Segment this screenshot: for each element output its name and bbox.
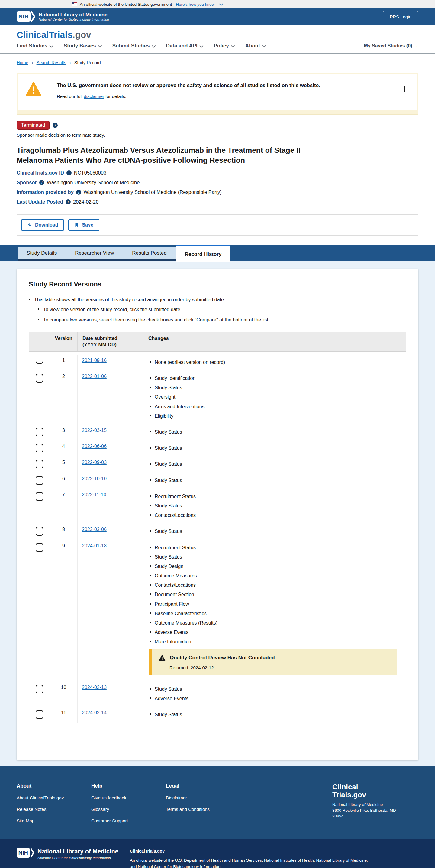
info-icon[interactable]: i [76,190,81,195]
version-checkbox[interactable] [36,358,43,364]
nav-item-data-and-api[interactable]: Data and API [166,43,202,49]
table-row: 12021-09-16None (earliest version on rec… [29,355,406,371]
footer-address: National Library of Medicine8600 Rockvil… [332,802,419,819]
change-item: Arms and Interventions [149,403,402,410]
official-text: and [130,864,138,868]
change-item: Document Section [149,591,402,598]
change-item: Baseline Characteristics [149,610,402,617]
study-fields: ClinicalTrials.gov IDiNCT05060003Sponsor… [16,170,419,205]
version-checkbox[interactable] [36,527,43,536]
version-checkbox[interactable] [36,492,43,501]
tab-study-details[interactable]: Study Details [18,247,66,261]
plus-icon [401,86,408,92]
nav-item-study-basics[interactable]: Study Basics [64,43,101,49]
nav-item-submit-studies[interactable]: Submit Studies [112,43,155,49]
date-submitted-link[interactable]: 2024-01-18 [82,543,107,548]
nav-item-find-studies[interactable]: Find Studies [16,43,52,49]
how-you-know-link[interactable]: Here’s how you know [176,2,214,7]
study-title: Tiragolumab Plus Atezolizumab Versus Ate… [16,145,313,165]
table-header: Version Date submitted(YYYY-MM-DD) Chang… [29,332,406,352]
version-number: 6 [49,473,77,489]
prs-login-button[interactable]: PRS Login [383,11,419,22]
version-checkbox[interactable] [36,428,43,436]
nih-chevron-icon [31,11,35,22]
date-submitted-link[interactable]: 2024-02-13 [82,685,107,690]
official-link[interactable]: National Institutes of Health [264,858,314,863]
disclaimer-link[interactable]: disclaimer [84,94,104,99]
site-header: ClinicalTrials.gov Find StudiesStudy Bas… [0,25,435,54]
change-item: Study Status [149,554,402,560]
date-submitted-link[interactable]: 2024-02-14 [82,710,107,715]
version-checkbox[interactable] [36,685,43,693]
study-record-versions-card: Study Record Versions This table shows a… [16,269,419,760]
breadcrumb-current: Study Record [74,60,101,65]
save-button[interactable]: Save [68,219,99,231]
date-submitted-link[interactable]: 2021-09-16 [82,358,107,363]
breadcrumb-home-link[interactable]: Home [16,60,28,65]
footer-link[interactable]: Disclaimer [166,795,240,800]
nlm-header: NIH National Library of Medicine Nationa… [0,8,435,25]
intro-notes: This table shows all the versions of thi… [29,296,406,323]
version-checkbox[interactable] [36,710,43,719]
expand-plus-button[interactable] [401,86,408,93]
change-item: Study Status [149,384,402,391]
date-submitted-link[interactable]: 2022-06-06 [82,444,107,449]
version-checkbox[interactable] [36,543,43,552]
my-saved-studies-link[interactable]: My Saved Studies (0) → [364,43,419,49]
change-item: Outcome Measures [149,572,402,579]
official-link[interactable]: National Center for Biotechnology Inform… [138,864,220,868]
footer-link[interactable]: Release Notes [16,807,91,812]
field-label: Sponsor [16,180,37,185]
info-icon[interactable]: i [39,180,44,185]
field-value: Washington University School of Medicine… [84,189,222,195]
qc-returned-date: Returned: 2024-02-12 [169,665,391,670]
table-row: 112024-02-14Study Status [29,707,406,723]
change-item: Study Status [149,444,402,452]
version-checkbox[interactable] [36,374,43,382]
date-submitted-link[interactable]: 2023-03-06 [82,527,107,532]
date-submitted-link[interactable]: 2022-11-10 [82,492,106,497]
nlm-title: National Library of Medicine [39,12,109,18]
breadcrumb-search-results-link[interactable]: Search Results [37,60,66,65]
intro-sub-note: To compare two versions, select them usi… [38,316,406,323]
footer-link[interactable]: Glossary [91,807,166,812]
actions-bar: Download Save [16,214,419,236]
quality-control-notice: Quality Control Review Has Not Concluded… [149,649,397,675]
version-number: 7 [49,489,77,524]
disclaimer-title: The U.S. government does not review or a… [57,83,395,89]
official-link[interactable]: U.S. Department of Health and Human Serv… [175,858,262,863]
official-link[interactable]: National Library of Medicine [316,858,367,863]
info-icon[interactable]: i [66,199,71,205]
info-icon[interactable]: i [53,123,58,128]
version-checkbox[interactable] [36,444,43,453]
nav-item-about[interactable]: About [245,43,265,49]
footer-link[interactable]: Customer Support [91,818,166,823]
table-row: 62022-10-10Study Status [29,473,406,489]
change-item: Eligibility [149,412,402,420]
qc-title: Quality Control Review Has Not Concluded [170,655,275,661]
download-button[interactable]: Download [21,219,64,231]
version-checkbox[interactable] [36,476,43,485]
tab-researcher-view[interactable]: Researcher View [66,247,123,261]
footer-link[interactable]: Give us feedback [91,795,166,800]
versions-table: Version Date submitted(YYYY-MM-DD) Chang… [29,332,406,723]
date-submitted-link[interactable]: 2022-10-10 [82,476,107,481]
version-checkbox[interactable] [36,460,43,468]
info-icon[interactable]: i [66,170,72,176]
footer-link[interactable]: Site Map [16,818,91,823]
footer-link[interactable]: Terms and Conditions [166,807,240,812]
change-item: Adverse Events [149,695,402,702]
date-column-header: Date submitted(YYYY-MM-DD) [77,332,143,351]
nih-logo: NIH [16,11,31,22]
footer-link[interactable]: About ClinicalTrials.gov [16,795,91,800]
checkbox-column-header [29,332,49,351]
change-item: Outcome Measures (Results) [149,619,402,626]
date-submitted-link[interactable]: 2022-03-15 [82,428,107,433]
date-submitted-link[interactable]: 2022-01-06 [82,374,107,379]
date-submitted-link[interactable]: 2022-09-03 [82,460,107,465]
nav-item-policy[interactable]: Policy [214,43,234,49]
tab-results-posted[interactable]: Results Posted [123,247,175,261]
tab-record-history[interactable]: Record History [176,245,231,262]
change-item: Study Design [149,563,402,570]
chevron-down-icon [219,2,223,6]
